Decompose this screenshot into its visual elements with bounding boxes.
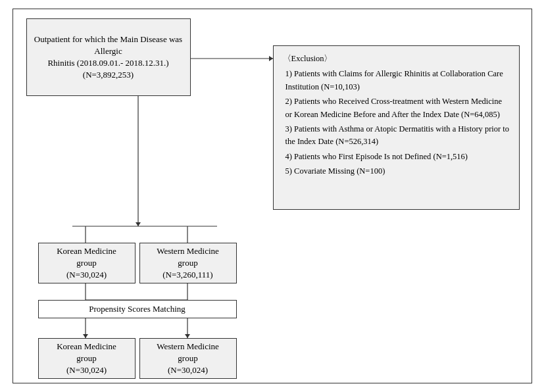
wm-before-line2: group bbox=[157, 257, 219, 269]
top-box-line3: (N=3,892,253) bbox=[32, 69, 185, 81]
exclusion-item-3: 3) Patients with Asthma or Atopic Dermat… bbox=[283, 123, 510, 149]
psm-box: Propensity Scores Matching bbox=[38, 300, 237, 318]
km-before-line3: (N=30,024) bbox=[57, 269, 116, 281]
wm-group-before: Western Medicine group (N=3,260,111) bbox=[139, 243, 237, 283]
km-before-line2: group bbox=[57, 257, 116, 269]
psm-label: Propensity Scores Matching bbox=[89, 303, 185, 315]
km-after-line1: Korean Medicine bbox=[57, 341, 116, 353]
svg-marker-12 bbox=[136, 222, 141, 226]
exclusion-item-4: 4) Patients who First Episode Is not Def… bbox=[283, 151, 510, 163]
exclusion-header: 〈Exclusion〉 bbox=[283, 53, 510, 65]
top-box-line2: Rhinitis (2018.09.01.- 2018.12.31.) bbox=[32, 57, 185, 69]
wm-before-line3: (N=3,260,111) bbox=[157, 269, 219, 281]
wm-after-line1: Western Medicine bbox=[157, 341, 219, 353]
top-box-line1: Outpatient for which the Main Disease wa… bbox=[32, 34, 185, 57]
km-before-line1: Korean Medicine bbox=[57, 245, 116, 257]
exclusion-item-1: 1) Patients with Claims for Allergic Rhi… bbox=[283, 68, 510, 93]
exclusion-item-5: 5) Covariate Missing (N=100) bbox=[283, 165, 510, 178]
km-group-after: Korean Medicine group (N=30,024) bbox=[38, 338, 136, 379]
top-box: Outpatient for which the Main Disease wa… bbox=[26, 18, 191, 96]
wm-after-line2: group bbox=[157, 353, 219, 364]
flow-diagram: Outpatient for which the Main Disease wa… bbox=[12, 9, 532, 383]
exclusion-item-2: 2) Patients who Received Cross-treatment… bbox=[283, 95, 510, 121]
wm-before-line1: Western Medicine bbox=[157, 245, 219, 257]
wm-after-line3: (N=30,024) bbox=[157, 364, 219, 376]
km-group-before: Korean Medicine group (N=30,024) bbox=[38, 243, 136, 283]
wm-group-after: Western Medicine group (N=30,024) bbox=[139, 338, 237, 379]
km-after-line3: (N=30,024) bbox=[57, 364, 116, 376]
km-after-line2: group bbox=[57, 353, 116, 364]
exclusion-box: 〈Exclusion〉 1) Patients with Claims for … bbox=[273, 45, 520, 210]
